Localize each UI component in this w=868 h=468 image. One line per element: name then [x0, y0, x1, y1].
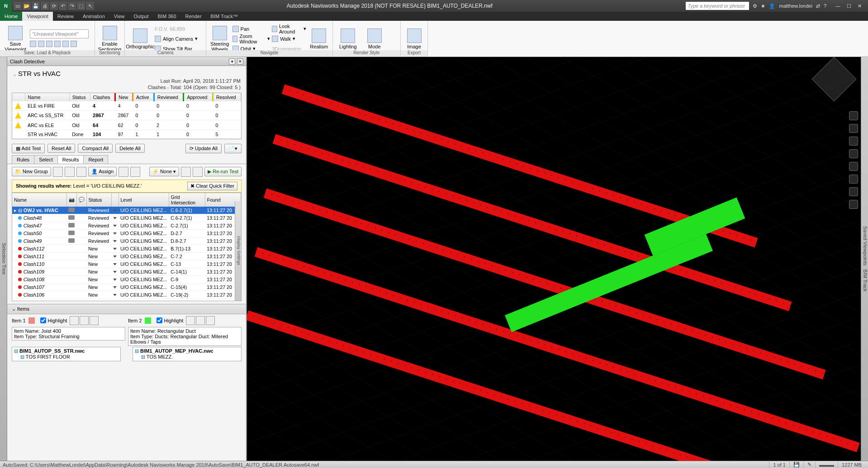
- subtab-results[interactable]: Results: [57, 155, 84, 164]
- tab-bim360[interactable]: BIM 360: [153, 12, 181, 21]
- minimize-icon[interactable]: —: [835, 3, 840, 9]
- filter-none-dropdown[interactable]: ⚡ None ▾: [149, 167, 179, 176]
- dropdown-icon[interactable]: [113, 294, 117, 296]
- qat-open-icon[interactable]: 📂: [23, 2, 31, 10]
- item2-btn1[interactable]: [186, 316, 195, 325]
- look-around-button[interactable]: Look Around ▾: [272, 24, 306, 33]
- navtool-1[interactable]: [849, 111, 858, 120]
- result-row[interactable]: Clash110NewU/O CEILLING MEZ...C-1313:11:…: [12, 260, 241, 268]
- tab-output[interactable]: Output: [129, 12, 153, 21]
- rcol-grid[interactable]: Grid Intersection: [169, 193, 205, 207]
- group-icon[interactable]: [53, 167, 63, 177]
- dropdown-icon[interactable]: [113, 286, 117, 288]
- result-row[interactable]: Clash50ReviewedU/O CEILLING MEZ...D-2.71…: [12, 229, 241, 237]
- col-active[interactable]: Active: [133, 93, 154, 101]
- subtab-select[interactable]: Select: [34, 155, 58, 164]
- qat-redo-icon[interactable]: ↷: [68, 2, 76, 10]
- col-name[interactable]: Name: [25, 93, 69, 101]
- navtool-5[interactable]: [849, 162, 858, 171]
- item2-highlight-checkbox[interactable]: Highlight: [157, 317, 184, 323]
- record-icon[interactable]: [71, 41, 77, 47]
- play-prev-icon[interactable]: [38, 41, 44, 47]
- item1-btn2[interactable]: [80, 316, 89, 325]
- tab-render[interactable]: Render: [181, 12, 206, 21]
- items-header[interactable]: ⌄ Items: [7, 304, 246, 314]
- item1-btn1[interactable]: [70, 316, 79, 325]
- qat-save-icon[interactable]: 💾: [32, 2, 40, 10]
- tab-view[interactable]: View: [109, 12, 129, 21]
- navtool-2[interactable]: [849, 124, 858, 133]
- col-status[interactable]: Status: [69, 93, 90, 101]
- item2-btn2[interactable]: [196, 316, 205, 325]
- walk-button[interactable]: Walk ▾: [272, 34, 306, 43]
- style1-icon[interactable]: [389, 29, 398, 38]
- save-viewpoint-button[interactable]: Save Viewpoint: [3, 26, 28, 52]
- dropdown-icon[interactable]: [113, 240, 117, 242]
- navtool-7[interactable]: [849, 187, 858, 196]
- rcol-level[interactable]: Level: [119, 193, 169, 207]
- compact-all-button[interactable]: Compact All: [78, 144, 113, 153]
- dropdown-icon[interactable]: [113, 279, 117, 281]
- qat-cursor-icon[interactable]: ↖: [86, 2, 94, 10]
- item2-btn3[interactable]: [206, 316, 215, 325]
- col-resolved[interactable]: Resolved: [213, 93, 241, 101]
- dropdown-icon[interactable]: [113, 255, 117, 258]
- right-strips[interactable]: Saved Viewpoints BIM Track: [861, 57, 868, 461]
- search-input[interactable]: Type a keyword or phrase: [686, 2, 749, 10]
- result-row[interactable]: Clash49ReviewedU/O CEILLING MEZ...D.8-2.…: [12, 237, 241, 245]
- result-row[interactable]: Clash109NewU/O CEILLING MEZ...C-14(1)13:…: [12, 268, 241, 275]
- viewpoint-dropdown[interactable]: "Unsaved Viewpoint": [30, 29, 89, 38]
- qat-select-icon[interactable]: ⬚: [77, 2, 85, 10]
- dropdown-icon[interactable]: [113, 209, 117, 212]
- assign-button[interactable]: 👤 Assign: [88, 167, 117, 176]
- close-icon[interactable]: ✕: [858, 3, 862, 9]
- play-back-icon[interactable]: [30, 41, 36, 47]
- add-test-button[interactable]: ▦ Add Test: [12, 144, 45, 153]
- rcol-status[interactable]: Status: [86, 193, 111, 207]
- reset-all-button[interactable]: Reset All: [47, 144, 75, 153]
- dropdown-icon[interactable]: [113, 225, 117, 227]
- qat-undo-icon[interactable]: ↶: [59, 2, 67, 10]
- play-next-icon[interactable]: [54, 41, 61, 47]
- test-row[interactable]: ARC vs ELEOld64620200: [12, 120, 241, 130]
- steering-wheels-button[interactable]: Steering Wheels: [209, 26, 231, 52]
- play-fwd-icon[interactable]: [62, 41, 69, 47]
- item1-highlight-checkbox[interactable]: Highlight: [40, 317, 67, 323]
- navtool-6[interactable]: [849, 175, 858, 184]
- item1-tree[interactable]: BIM1_AUTOP_SS_STR.nwcTOS FIRST FLOOR: [12, 347, 121, 361]
- rerun-test-button[interactable]: ▶ Re-run Test: [204, 167, 242, 176]
- realism-button[interactable]: Realism: [308, 28, 330, 49]
- style2-icon[interactable]: [389, 39, 398, 48]
- mode-button[interactable]: Mode: [362, 28, 387, 49]
- unassign-icon[interactable]: [119, 167, 128, 177]
- result-row[interactable]: Clash106NewU/O CEILLING MEZ...C-19(-2)13…: [12, 291, 241, 298]
- col-approved[interactable]: Approved: [184, 93, 213, 101]
- app-logo[interactable]: N: [0, 0, 12, 12]
- panel-close-icon[interactable]: ✕: [237, 58, 243, 65]
- tab-bimtrack[interactable]: BIM Track™: [206, 12, 243, 21]
- tab-home[interactable]: Home: [0, 12, 22, 21]
- navtool-3[interactable]: [849, 137, 858, 146]
- pan-button[interactable]: Pan: [232, 24, 270, 33]
- test-row[interactable]: ELE vs FIREOld440000: [12, 101, 241, 111]
- import-export-button[interactable]: 📄▾: [224, 144, 242, 153]
- ungroup-icon[interactable]: [65, 167, 75, 177]
- subtab-rules[interactable]: Rules: [12, 155, 34, 164]
- image-button[interactable]: Image: [403, 28, 425, 49]
- panel-pin-icon[interactable]: ▾: [229, 58, 235, 65]
- help-icon[interactable]: ?: [824, 3, 826, 9]
- result-row[interactable]: Clash112NewU/O CEILLING MEZ...B.7(1)-131…: [12, 245, 241, 252]
- dropdown-icon[interactable]: [113, 263, 117, 265]
- tab-review[interactable]: Review: [53, 12, 78, 21]
- display-settings-strip[interactable]: Display Settings: [235, 201, 241, 301]
- update-all-button[interactable]: ⟳ Update All: [185, 144, 222, 153]
- clear-filter-button[interactable]: ✖ Clear Quick Filter: [187, 182, 237, 190]
- delete-all-button[interactable]: Delete All: [115, 144, 144, 153]
- subtab-report[interactable]: Report: [83, 155, 108, 164]
- new-group-button[interactable]: 📁 New Group: [12, 167, 51, 176]
- enable-sectioning-button[interactable]: Enable Sectioning: [98, 26, 122, 52]
- align-camera-button[interactable]: Align Camera ▾: [155, 34, 198, 43]
- test-row[interactable]: ARC vs SS_STROld286728670000: [12, 111, 241, 120]
- selection-tree-strip[interactable]: Selection Tree: [0, 57, 7, 461]
- zoom-window-button[interactable]: Zoom Window ▾: [232, 34, 270, 43]
